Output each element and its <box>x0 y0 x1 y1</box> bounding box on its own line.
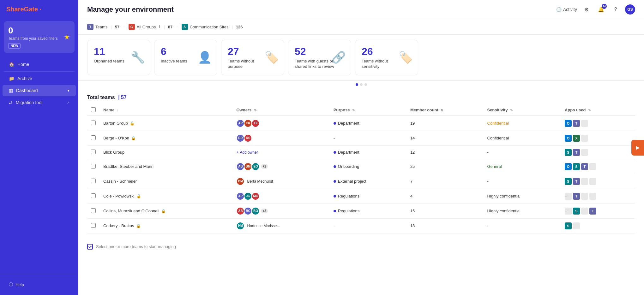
row-owners: APCKTF <box>232 116 329 131</box>
row-member-count: 12 <box>406 145 484 159</box>
row-name: Cole - Powlowski🔒 <box>99 189 232 204</box>
orphaned-label: Orphaned teams <box>94 59 135 64</box>
row-member-count: 14 <box>406 131 484 145</box>
header-sensitivity[interactable]: Sensitivity ⇅ <box>483 105 561 116</box>
row-checkbox[interactable] <box>91 150 96 154</box>
dashboard-icon: ▦ <box>9 88 13 93</box>
metric-card-no-sensitivity[interactable]: 26 Teams without sensitivity 🏷️ <box>355 40 418 75</box>
team-name-label[interactable]: Cassin - Schmeler <box>103 179 137 184</box>
blank-app-icon <box>581 193 588 200</box>
team-name-label[interactable]: Bradtke, Steuber and Mann <box>103 164 153 169</box>
header-purpose[interactable]: Purpose ⇅ <box>330 105 406 116</box>
owner-avatar: BO <box>251 207 260 215</box>
settings-button[interactable]: ⚙ <box>581 4 592 15</box>
right-panel-button[interactable]: ▶ <box>631 140 644 156</box>
no-sensitivity-label: Teams without sensitivity <box>362 59 403 69</box>
activity-link[interactable]: 🕐 Activity <box>556 7 577 12</box>
table-row: Barton Group🔒APCKTFDepartment19Confident… <box>87 116 635 131</box>
no-purpose-icon: 🏷️ <box>265 51 279 64</box>
row-checkbox-cell <box>87 116 99 131</box>
row-checkbox[interactable] <box>91 135 96 140</box>
row-owners: ABBCBO+3 <box>232 204 329 218</box>
sidebar-item-migration-tool[interactable]: ⇄ Migration tool ↗ <box>3 97 76 108</box>
no-sensitivity-icon: 🏷️ <box>399 51 413 64</box>
help-button[interactable]: ⓘ Help <box>5 279 73 290</box>
owner-avatar: EO <box>251 162 260 171</box>
owner-avatar: HM <box>236 222 244 230</box>
outlook-icon: O <box>565 120 572 127</box>
team-name-label[interactable]: Blick Group <box>103 150 124 155</box>
table-row: Berge - O'Kon🔒DRRS-14ConfidentialOX <box>87 131 635 145</box>
sensitivity-label: Confidential <box>487 121 509 126</box>
dot-1[interactable] <box>356 83 358 86</box>
header-owners[interactable]: Owners ⇅ <box>232 105 329 116</box>
external-link-icon: ↗ <box>67 101 69 105</box>
add-owner-button[interactable]: +Add owner <box>236 150 258 155</box>
stats-bar: T Teams | 57 · G All Groups ℹ | 87 · S C… <box>78 19 644 35</box>
row-checkbox-cell <box>87 218 99 233</box>
row-checkbox[interactable] <box>91 193 96 198</box>
metric-card-inactive[interactable]: 6 Inactive teams 👤 <box>154 40 217 75</box>
blank-app-icon <box>573 222 580 229</box>
row-checkbox[interactable] <box>91 121 96 125</box>
notifications-button[interactable]: 🔔 24 <box>596 4 606 15</box>
metric-card-guests[interactable]: 52 Teams with guests or shared links to … <box>288 40 351 75</box>
guests-label: Teams with guests or shared links to rev… <box>295 59 336 69</box>
row-checkbox[interactable] <box>91 208 96 213</box>
team-name-label[interactable]: Collins, Murazik and O'Connell <box>103 209 159 213</box>
select-all-checkbox[interactable] <box>91 107 96 112</box>
metric-card-orphaned[interactable]: 11 Orphaned teams 🔧 <box>87 40 150 75</box>
row-checkbox-cell <box>87 159 99 174</box>
owner-avatar: MG <box>251 192 260 200</box>
dot-3[interactable] <box>364 83 367 86</box>
metric-card-no-purpose[interactable]: 27 Teams without purpose 🏷️ <box>221 40 284 75</box>
team-name-label[interactable]: Berge - O'Kon <box>103 136 129 140</box>
table-row: Collins, Murazik and O'Connell🔒ABBCBO+3R… <box>87 204 635 218</box>
sharepoint-icon: S <box>565 178 572 185</box>
team-name-label[interactable]: Cole - Powlowski <box>103 194 135 198</box>
saved-filters-widget: 0 Teams from your saved filters NEW ★ <box>4 21 75 53</box>
sidebar-item-dashboard[interactable]: ▦ Dashboard ▾ <box>3 85 76 96</box>
header-name[interactable]: Name ↑ <box>99 105 232 116</box>
header-actions: 🕐 Activity ⚙ 🔔 24 ? GS <box>556 4 635 15</box>
row-apps: □ST <box>561 204 635 218</box>
row-sensitivity: Highly confidential <box>483 189 561 204</box>
sidebar-item-archive[interactable]: 📁 Archive <box>3 73 76 84</box>
row-checkbox[interactable] <box>91 179 96 183</box>
row-purpose: Regulations <box>330 189 406 204</box>
clock-icon: 🕐 <box>556 7 562 12</box>
team-name-label[interactable]: Corkery - Brakus <box>103 223 134 228</box>
migration-icon: ⇄ <box>9 100 13 105</box>
row-owners: +Add owner <box>232 145 329 159</box>
header-member-count[interactable]: Member count ⇅ <box>406 105 484 116</box>
apps-sort-icon: ⇅ <box>588 109 591 112</box>
chevron-down-icon: ▾ <box>68 89 69 93</box>
user-avatar[interactable]: GS <box>625 4 635 15</box>
team-name-label[interactable]: Barton Group <box>103 121 128 126</box>
sharepoint-icon: S <box>565 149 572 156</box>
sensitivity-label: Highly confidential <box>487 194 521 198</box>
help-header-button[interactable]: ? <box>611 4 621 15</box>
star-icon: ★ <box>64 33 70 41</box>
inactive-icon: 👤 <box>198 51 212 64</box>
row-checkbox[interactable] <box>91 223 96 228</box>
row-member-count: 15 <box>406 204 484 218</box>
row-owners: BMBerta Medhurst <box>232 174 329 189</box>
teams-stat[interactable]: T Teams | 57 <box>87 24 119 30</box>
blank-app-icon2 <box>589 193 596 200</box>
owner-avatar: JG <box>244 192 252 200</box>
header-apps-used[interactable]: Apps used ⇅ <box>561 105 635 116</box>
dot-2[interactable] <box>360 83 363 86</box>
comm-sites-stat[interactable]: S Communication Sites | 126 <box>182 24 243 30</box>
teams-label: Teams <box>95 25 107 29</box>
row-name: Blick Group <box>99 145 232 159</box>
comm-sites-icon: S <box>182 24 188 30</box>
teams-icon: T <box>87 24 93 30</box>
owner-avatar: CK <box>244 119 252 127</box>
sidebar-item-home[interactable]: 🏠 Home <box>3 59 76 70</box>
row-checkbox[interactable] <box>91 164 96 168</box>
purpose-dot <box>334 165 336 168</box>
purpose-dot <box>334 122 336 125</box>
all-groups-stat[interactable]: G All Groups ℹ | 87 <box>129 24 173 30</box>
purpose-label: - <box>334 223 335 228</box>
